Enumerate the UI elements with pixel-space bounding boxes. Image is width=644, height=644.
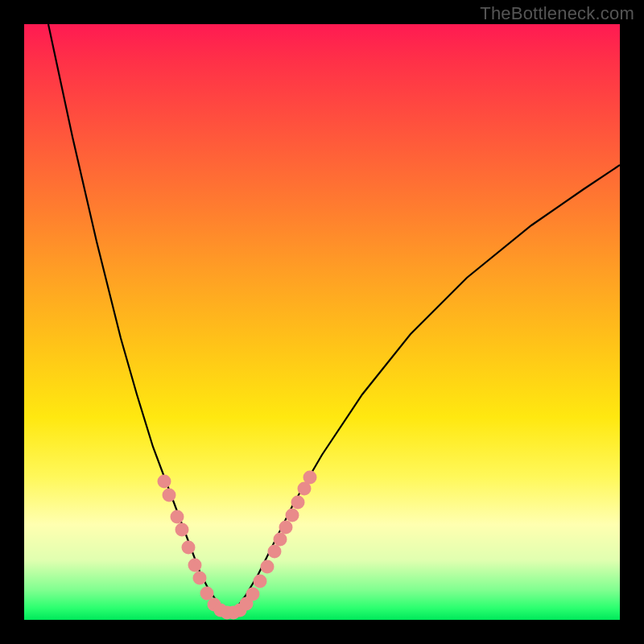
highlight-dots <box>158 471 317 620</box>
highlight-dot <box>193 572 207 585</box>
highlight-dot <box>158 475 171 489</box>
highlight-dot <box>188 559 202 572</box>
highlight-dot <box>246 588 260 601</box>
highlight-dot <box>279 521 293 535</box>
curves-svg <box>24 24 620 620</box>
highlight-dot <box>182 541 196 555</box>
highlight-dot <box>200 587 214 601</box>
highlight-dot <box>286 509 299 522</box>
highlight-dot <box>175 523 189 537</box>
highlight-dot <box>163 489 176 502</box>
highlight-dot <box>261 560 275 574</box>
highlight-dot <box>171 510 184 524</box>
highlight-dot <box>268 545 282 559</box>
watermark-text: TheBottleneck.com <box>480 3 634 24</box>
right-curve <box>230 165 620 613</box>
highlight-dot <box>274 533 287 547</box>
highlight-dot <box>291 496 305 510</box>
highlight-dot <box>303 471 317 485</box>
highlight-dot <box>254 575 267 588</box>
plot-area <box>24 24 620 620</box>
left-curve <box>48 24 230 613</box>
